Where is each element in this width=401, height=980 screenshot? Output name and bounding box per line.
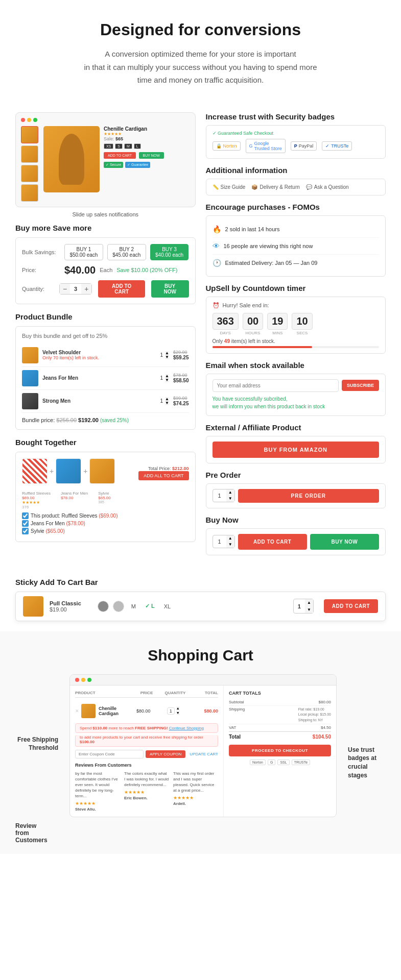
- price-each: Each: [100, 267, 112, 273]
- product-stars: ★★★★★: [104, 132, 190, 136]
- bundle-price-1: $29.00 $59.25: [173, 350, 189, 360]
- swatch-light[interactable]: [113, 601, 124, 612]
- buy-option-2[interactable]: BUY 2 $45.00 each: [107, 244, 146, 260]
- bundle-qty-down-2[interactable]: ▼: [165, 378, 169, 382]
- size-s[interactable]: S: [115, 143, 123, 149]
- question-icon: 💬: [306, 184, 312, 190]
- bundle-item-name-1: Velvet Shoulder: [42, 350, 156, 355]
- bought-img-3: [89, 458, 115, 484]
- cart-table-header: PRODUCT PRICE QUANTITY TOTAL: [75, 691, 218, 698]
- buy-now-heading: Buy Now: [206, 516, 386, 524]
- thumb-2[interactable]: [21, 145, 38, 163]
- buy-amazon-button[interactable]: BUY FROM AMAZON: [213, 442, 380, 458]
- fomo-item-1: 🔥 2 sold in last 14 hours: [213, 221, 380, 238]
- quantity-control: − 3 +: [59, 283, 92, 295]
- fomo-item-3: 🕐 Estimated Delivery: Jan 05 — Jan 09: [213, 255, 380, 271]
- size-m[interactable]: M: [128, 602, 139, 610]
- product-price: Sale: $65: [104, 136, 190, 141]
- buy-now-qty-up[interactable]: ▲: [226, 535, 234, 542]
- qty-value: 3: [70, 284, 81, 294]
- email-input[interactable]: [213, 379, 339, 392]
- pre-order-button[interactable]: PRE ORDER: [238, 489, 379, 503]
- thumb-1[interactable]: [21, 126, 38, 143]
- thumb-3[interactable]: [21, 165, 38, 182]
- ask-question-link[interactable]: 💬 Ask a Question: [306, 184, 349, 190]
- eye-icon: 👁: [213, 242, 220, 250]
- timer-hours: 00 HOURS: [243, 313, 263, 335]
- bundle-item-name-2: Jeans For Men: [42, 375, 156, 381]
- bought-check-3[interactable]: [22, 528, 29, 534]
- pre-order-qty-down[interactable]: ▼: [226, 496, 234, 502]
- buy-now-add-cart-button[interactable]: ADD TO CART: [238, 534, 307, 550]
- size-guide-link[interactable]: 📏 Size Guide: [213, 184, 246, 190]
- coupon-input[interactable]: [75, 750, 144, 758]
- trust-badges-label: Use trust badges at crucial stages: [345, 746, 386, 780]
- security-badges-section: Increase trust with Security badges ✓ Gu…: [206, 112, 386, 159]
- subscribe-button[interactable]: SUBSCRIBE: [342, 380, 379, 391]
- thumb-4[interactable]: [21, 184, 38, 202]
- bundle-item-name-3: Strong Men: [42, 398, 156, 404]
- update-cart-link[interactable]: UPDATE CART: [190, 752, 218, 756]
- sticky-qty-down[interactable]: ▼: [305, 606, 313, 614]
- bought-check-label-3: Sylvie ($65.00): [31, 528, 65, 534]
- countdown-section: UpSell by Countdown timer ⏰ Hurry! Sale …: [206, 284, 386, 354]
- qty-decrease[interactable]: −: [60, 284, 70, 294]
- size-xs[interactable]: XS: [104, 143, 113, 149]
- buy-option-3[interactable]: BUY 3 $40.00 each: [150, 244, 189, 260]
- free-shipping-label: Free Shipping Threshold: [15, 736, 61, 753]
- buy-now-box: 1 ▲ ▼ ADD TO CART BUY NOW: [206, 528, 386, 555]
- qty-label: Quantity:: [22, 286, 55, 292]
- buy-now-qty-value: 1: [213, 535, 226, 548]
- qty-increase[interactable]: +: [81, 284, 91, 294]
- sticky-product-image: [23, 596, 43, 617]
- bought-check-1[interactable]: [22, 512, 29, 519]
- buy-now-mini-button[interactable]: BUY NOW: [139, 152, 164, 159]
- reviews-title: Reviews From Customers: [75, 763, 218, 768]
- delivery-return-link[interactable]: 📦 Delivery & Return: [251, 184, 299, 190]
- size-l[interactable]: ✓ L: [142, 602, 158, 610]
- sticky-add-cart-button[interactable]: ADD TO CART: [324, 599, 378, 613]
- swatch-gray[interactable]: [98, 601, 109, 612]
- size-xl[interactable]: XL: [161, 602, 174, 610]
- countdown-box: ⏰ Hurry! Sale end in: 363 DAYS 00 HOURS …: [206, 297, 386, 354]
- bundle-qty-1: 1 ▲ ▼: [160, 351, 169, 359]
- product-mockup: Chenille Cardigan ★★★★★ Sale: $65 XS S M…: [15, 112, 196, 207]
- checkout-button[interactable]: PROCEED TO CHECKOUT: [229, 745, 331, 756]
- buy-now-button[interactable]: BUY NOW: [310, 534, 379, 550]
- timer-row: 363 DAYS 00 HOURS 19 MINS 10 SECS: [213, 313, 380, 335]
- product-details: Chenille Cardigan ★★★★★ Sale: $65 XS S M…: [104, 126, 190, 202]
- buy-now-button[interactable]: BUY NOW: [151, 280, 189, 298]
- cart-dot-green: [87, 678, 91, 682]
- size-l[interactable]: L: [134, 143, 141, 149]
- bundle-item-3: Strong Men 1 ▲ ▼ $99.00 $74.25: [22, 390, 189, 413]
- totals-subtotal: Subtotal $80.00: [229, 699, 331, 706]
- cart-qty-up[interactable]: ▲: [176, 706, 180, 710]
- bundle-img-2: [22, 370, 38, 386]
- fomo-box: 🔥 2 sold in last 14 hours 👁 16 people ar…: [206, 215, 386, 277]
- sticky-variants: M ✓ L XL: [98, 601, 174, 612]
- buy-now-qty-down[interactable]: ▼: [226, 542, 234, 548]
- bundle-qty-down-1[interactable]: ▼: [165, 355, 169, 359]
- buy-option-1[interactable]: BUY 1 $50.00 each: [64, 244, 103, 260]
- mini-badge-google: G: [268, 760, 275, 765]
- bought-check-2[interactable]: [22, 520, 29, 527]
- add-all-button[interactable]: ADD ALL TO CART: [138, 471, 188, 480]
- notification-label: Slide up sales notifications: [15, 211, 196, 217]
- cart-item-remove[interactable]: ✕: [75, 708, 79, 714]
- apply-coupon-button[interactable]: APPLY COUPON: [146, 750, 185, 758]
- add-to-cart-mini-button[interactable]: ADD TO CART: [104, 152, 136, 159]
- bundle-item-1: Velvet Shoulder Only 70 item(s) left in …: [22, 344, 189, 367]
- paypal-icon: P: [294, 143, 297, 149]
- bundle-item-2: Jeans For Men 1 ▲ ▼ $78.00 $58.50: [22, 367, 189, 390]
- bought-together-section: Bought Together + + Total Price: $212.00: [15, 438, 196, 542]
- email-success: You have successfully subcribed, we will…: [213, 395, 380, 410]
- size-m[interactable]: M: [124, 143, 132, 149]
- sticky-qty-up[interactable]: ▲: [305, 599, 313, 606]
- bundle-heading: Product Bundle: [15, 312, 196, 321]
- pre-order-qty-up[interactable]: ▲: [226, 489, 234, 496]
- add-to-cart-button[interactable]: ADD TO CART: [98, 280, 145, 298]
- total-price-label: Total Price: $212.00: [138, 466, 188, 471]
- cart-qty-down[interactable]: ▼: [176, 711, 180, 715]
- bundle-qty-down-3[interactable]: ▼: [165, 401, 169, 405]
- shopping-cart-section: Shopping Cart Free Shipping Threshold PR…: [0, 631, 401, 854]
